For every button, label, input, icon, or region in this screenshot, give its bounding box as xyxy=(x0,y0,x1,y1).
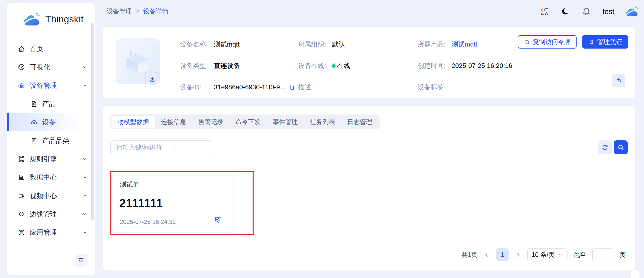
sidebar-item-application-management[interactable]: 应用管理 xyxy=(7,223,95,242)
chevron-down-icon xyxy=(82,156,88,162)
device-info-panel: 设备名称: 测试mqtt 所属组织: 默认 所属产品: 测试mqtt 设备类型:… xyxy=(103,27,635,98)
tab-command-issue[interactable]: 命令下发 xyxy=(229,116,267,128)
upload-image-button[interactable] xyxy=(145,72,159,87)
sidebar-item-label: 边缘管理 xyxy=(30,210,57,219)
brand-logo: Thingskit xyxy=(23,12,84,27)
sidebar-item-visualization[interactable]: 可视化 xyxy=(7,58,95,76)
scroll-corner xyxy=(631,270,639,278)
pagination: 共1页 1 10 条/页 跳至 页 xyxy=(461,248,626,261)
sidebar-item-video-center[interactable]: 视频中心 xyxy=(7,186,95,205)
rollback-button[interactable] xyxy=(612,74,625,87)
svg-text:A: A xyxy=(545,11,548,16)
home-icon xyxy=(18,45,25,53)
active-indicator-bar xyxy=(7,113,9,131)
chevron-down-icon xyxy=(82,211,88,217)
tab-connection-info[interactable]: 连接信息 xyxy=(155,116,192,128)
field-label: 创建时间: xyxy=(418,61,452,70)
copy-icon[interactable] xyxy=(288,84,295,91)
sidebar-menu: 首页 可视化 设备管理 P 产品 xyxy=(7,39,95,242)
sidebar: Thingskit 首页 可视化 设备管理 xyxy=(7,3,95,275)
manage-credentials-button[interactable]: 管理凭证 xyxy=(582,35,628,49)
notifications-bell-icon[interactable] xyxy=(581,7,591,17)
chevron-down-icon xyxy=(82,64,88,70)
tab-event-management[interactable]: 事件管理 xyxy=(267,116,304,128)
sidebar-collapse-button[interactable] xyxy=(74,254,88,267)
sidebar-item-label: 首页 xyxy=(30,44,43,53)
brand-cloud-icon xyxy=(23,12,42,27)
sidebar-item-product[interactable]: P 产品 xyxy=(7,95,95,113)
sidebar-item-home[interactable]: 首页 xyxy=(7,39,95,58)
breadcrumb-separator-icon: > xyxy=(136,8,139,15)
video-camera-icon xyxy=(18,192,25,200)
tab-log-management[interactable]: 日志管理 xyxy=(341,116,378,128)
field-device-type: 设备类型: 直连设备 xyxy=(180,61,298,70)
tab-alarm-records[interactable]: 告警记录 xyxy=(192,116,229,128)
brand-name: Thingskit xyxy=(45,14,84,25)
chevron-up-icon xyxy=(82,83,88,88)
online-status-dot xyxy=(332,64,336,68)
refresh-button[interactable] xyxy=(598,140,612,154)
field-device-tags: 设备标签: xyxy=(418,83,538,92)
field-label: 描述: xyxy=(298,83,332,92)
trend-chart-icon[interactable] xyxy=(213,215,222,224)
breadcrumb-current: 设备详情 xyxy=(143,7,168,15)
menu-fold-icon xyxy=(77,257,85,264)
device-cloud-icon xyxy=(18,82,25,89)
telemetry-title: 测试值 xyxy=(120,180,139,189)
next-page-button[interactable] xyxy=(515,251,521,258)
search-input[interactable] xyxy=(110,140,212,154)
telemetry-timestamp: 2025-07-25 16:24:32 xyxy=(120,218,176,225)
sidebar-item-label: 设备管理 xyxy=(30,81,57,90)
username[interactable]: test xyxy=(602,8,614,16)
svg-text:中: 中 xyxy=(541,8,545,12)
sidebar-item-device[interactable]: 设备 xyxy=(7,113,95,131)
chevron-down-icon xyxy=(82,193,88,198)
tab-bar: 物模型数据 连接信息 告警记录 命令下发 事件管理 任务列表 日志管理 xyxy=(110,114,380,129)
avatar[interactable] xyxy=(625,6,639,17)
language-switch-icon[interactable]: 中A xyxy=(540,7,550,17)
category-clipboard-icon xyxy=(30,137,38,144)
sidebar-item-label: 产品 xyxy=(42,99,56,108)
field-label: 所属组织: xyxy=(298,40,332,49)
breadcrumb-parent[interactable]: 设备管理 xyxy=(107,7,132,15)
field-device-id: 设备ID: 31e986a0-6930-11f0-9... xyxy=(180,83,298,92)
panel-buttons: 复制访问令牌 管理凭证 xyxy=(518,35,628,49)
sidebar-item-label: 规则引擎 xyxy=(30,154,57,164)
rollback-icon xyxy=(615,77,622,84)
page-size-select[interactable]: 10 条/页 xyxy=(527,248,568,261)
app-root: Thingskit 首页 可视化 设备管理 xyxy=(0,0,644,278)
search-icon xyxy=(617,144,625,151)
field-value-link[interactable]: 测试mqtt xyxy=(452,40,477,49)
prev-page-button[interactable] xyxy=(484,251,490,258)
chevron-down-icon xyxy=(82,175,88,180)
tab-thing-model-data[interactable]: 物模型数据 xyxy=(111,116,155,128)
sidebar-item-data-center[interactable]: 数据中心 xyxy=(7,168,95,186)
sidebar-item-device-management[interactable]: 设备管理 xyxy=(7,76,95,95)
page-number-button[interactable]: 1 xyxy=(496,248,509,261)
field-label: 设备类型: xyxy=(180,61,214,70)
page-size-value: 10 条/页 xyxy=(532,251,555,259)
application-blocks-icon xyxy=(18,229,25,236)
telemetry-card[interactable]: 测试值 2111111 2025-07-25 16:24:32 xyxy=(111,173,233,233)
field-value: 31e986a0-6930-11f0-9... xyxy=(214,83,285,91)
jump-to-label: 跳至 xyxy=(574,251,586,259)
sidebar-item-edge-management[interactable]: 边缘管理 xyxy=(7,205,95,223)
field-created-time: 创建时间: 2025-07-25 16:20:16 xyxy=(418,61,538,70)
copy-access-token-button[interactable]: 复制访问令牌 xyxy=(518,35,577,49)
tab-task-list[interactable]: 任务列表 xyxy=(304,116,341,128)
field-label: 设备标签: xyxy=(418,83,452,92)
field-label: 设备在线: xyxy=(298,61,332,70)
button-label: 复制访问令牌 xyxy=(533,38,571,46)
sidebar-item-rule-engine[interactable]: 规则引擎 xyxy=(7,150,95,168)
sidebar-item-label: 设备 xyxy=(42,118,56,127)
jump-page-input[interactable] xyxy=(592,248,613,261)
sidebar-item-product-category[interactable]: 产品品类 xyxy=(7,131,95,150)
dark-mode-toggle-icon[interactable] xyxy=(561,7,570,16)
dashboard-gauge-icon xyxy=(18,63,25,71)
edge-brackets-icon xyxy=(18,210,25,218)
search-button[interactable] xyxy=(614,140,628,154)
field-label: 设备名称: xyxy=(180,40,214,49)
field-value: 2025-07-25 16:20:16 xyxy=(452,62,512,70)
page-unit-label: 页 xyxy=(619,251,626,259)
sidebar-scrollbar-thumb[interactable] xyxy=(91,23,94,221)
